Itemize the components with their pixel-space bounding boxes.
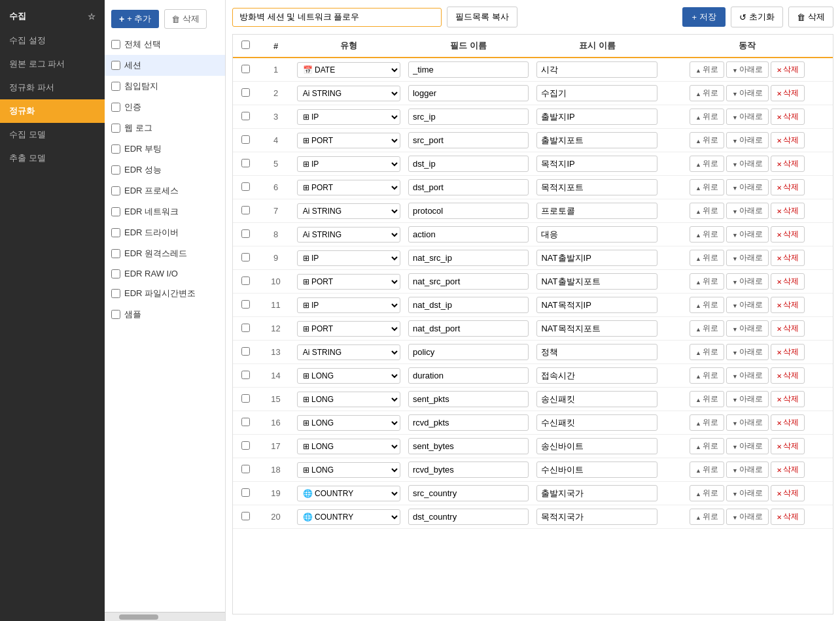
display-input-15[interactable] (536, 391, 657, 407)
sidebar-item-raw-log-parser[interactable]: 원본 로그 파서 (0, 52, 105, 76)
up-button-12[interactable]: 위로 (690, 320, 724, 337)
field-input-3[interactable] (408, 109, 529, 125)
row-checkbox-2[interactable] (241, 88, 250, 97)
delete-row-button-16[interactable]: 삭제 (771, 414, 805, 431)
up-button-7[interactable]: 위로 (690, 203, 724, 219)
field-input-13[interactable] (408, 344, 529, 360)
up-button-11[interactable]: 위로 (690, 297, 724, 313)
delete-row-button-11[interactable]: 삭제 (771, 297, 805, 313)
row-checkbox-19[interactable] (241, 488, 250, 497)
sub-item-web-log[interactable]: 웹 로그 (105, 118, 225, 139)
sidebar-item-normalization[interactable]: 정규화 (0, 99, 105, 123)
sub-item-edr-raw-io[interactable]: EDR RAW I/O (105, 264, 225, 283)
header-checkbox[interactable] (241, 41, 250, 49)
type-select-11[interactable]: 📅 DATEAi STRING⊞ IP⊞ PORT⊞ LONG🌐 COUNTRY (297, 297, 400, 313)
refresh-button[interactable]: ↺ 초기화 (731, 7, 783, 27)
display-input-10[interactable] (536, 273, 657, 290)
field-input-19[interactable] (408, 485, 529, 501)
type-select-12[interactable]: 📅 DATEAi STRING⊞ IP⊞ PORT⊞ LONG🌐 COUNTRY (297, 321, 400, 337)
delete-row-button-9[interactable]: 삭제 (771, 250, 805, 266)
type-select-14[interactable]: 📅 DATEAi STRING⊞ IP⊞ PORT⊞ LONG🌐 COUNTRY (297, 368, 400, 384)
up-button-16[interactable]: 위로 (690, 414, 724, 431)
delete-button[interactable]: 🗑 삭제 (164, 9, 207, 29)
down-button-19[interactable]: 아래로 (726, 485, 769, 501)
type-select-17[interactable]: 📅 DATEAi STRING⊞ IP⊞ PORT⊞ LONG🌐 COUNTRY (297, 439, 400, 454)
delete-row-button-18[interactable]: 삭제 (771, 462, 805, 478)
row-checkbox-16[interactable] (241, 418, 250, 426)
row-checkbox-13[interactable] (241, 347, 250, 356)
sub-checkbox-edr-raw-io[interactable] (111, 269, 120, 278)
display-input-8[interactable] (536, 226, 657, 243)
delete-row-button-6[interactable]: 삭제 (771, 179, 805, 195)
down-button-1[interactable]: 아래로 (726, 61, 769, 78)
display-input-20[interactable] (536, 509, 657, 525)
sub-item-session[interactable]: 세션 (105, 55, 225, 76)
up-button-10[interactable]: 위로 (690, 273, 724, 290)
down-button-20[interactable]: 아래로 (726, 509, 769, 525)
sidebar-item-extraction-model[interactable]: 추출 모델 (0, 146, 105, 170)
delete-row-button-2[interactable]: 삭제 (771, 85, 805, 101)
down-button-7[interactable]: 아래로 (726, 203, 769, 219)
sub-checkbox-web-log[interactable] (111, 124, 120, 133)
sub-item-edr-boot[interactable]: EDR 부팅 (105, 139, 225, 159)
type-select-4[interactable]: 📅 DATEAi STRING⊞ IP⊞ PORT⊞ LONG🌐 COUNTRY (297, 133, 400, 148)
down-button-17[interactable]: 아래로 (726, 438, 769, 454)
display-input-7[interactable] (536, 203, 657, 219)
sub-item-edr-network[interactable]: EDR 네트워크 (105, 201, 225, 222)
type-select-5[interactable]: 📅 DATEAi STRING⊞ IP⊞ PORT⊞ LONG🌐 COUNTRY (297, 156, 400, 172)
field-input-9[interactable] (408, 250, 529, 266)
display-input-2[interactable] (536, 85, 657, 101)
up-button-17[interactable]: 위로 (690, 438, 724, 454)
up-button-3[interactable]: 위로 (690, 109, 724, 125)
delete-row-button-13[interactable]: 삭제 (771, 344, 805, 360)
display-input-16[interactable] (536, 414, 657, 431)
type-select-10[interactable]: 📅 DATEAi STRING⊞ IP⊞ PORT⊞ LONG🌐 COUNTRY (297, 274, 400, 290)
delete-row-button-8[interactable]: 삭제 (771, 226, 805, 243)
down-button-5[interactable]: 아래로 (726, 156, 769, 172)
type-select-8[interactable]: 📅 DATEAi STRING⊞ IP⊞ PORT⊞ LONG🌐 COUNTRY (297, 227, 400, 243)
down-button-2[interactable]: 아래로 (726, 85, 769, 101)
sub-checkbox-edr-perf[interactable] (111, 165, 120, 175)
sub-item-all[interactable]: 전체 선택 (105, 34, 225, 55)
delete-row-button-12[interactable]: 삭제 (771, 320, 805, 337)
up-button-15[interactable]: 위로 (690, 391, 724, 407)
add-button[interactable]: + 추가 (111, 10, 159, 28)
field-input-1[interactable] (408, 61, 529, 78)
field-input-16[interactable] (408, 414, 529, 431)
row-checkbox-7[interactable] (241, 206, 250, 214)
row-checkbox-12[interactable] (241, 324, 250, 332)
up-button-8[interactable]: 위로 (690, 226, 724, 243)
sidebar-item-collection-settings[interactable]: 수집 설정 (0, 29, 105, 52)
display-input-4[interactable] (536, 132, 657, 148)
field-input-6[interactable] (408, 179, 529, 195)
up-button-18[interactable]: 위로 (690, 462, 724, 478)
down-button-13[interactable]: 아래로 (726, 344, 769, 360)
row-checkbox-10[interactable] (241, 277, 250, 285)
display-input-12[interactable] (536, 320, 657, 337)
delete-row-button-5[interactable]: 삭제 (771, 156, 805, 172)
down-button-11[interactable]: 아래로 (726, 297, 769, 313)
display-input-17[interactable] (536, 438, 657, 454)
field-input-7[interactable] (408, 203, 529, 219)
delete-row-button-15[interactable]: 삭제 (771, 391, 805, 407)
share-icon[interactable]: ☆ (88, 12, 96, 22)
up-button-2[interactable]: 위로 (690, 85, 724, 101)
all-select-checkbox[interactable] (111, 40, 120, 49)
delete-row-button-10[interactable]: 삭제 (771, 273, 805, 290)
field-input-11[interactable] (408, 297, 529, 313)
type-select-16[interactable]: 📅 DATEAi STRING⊞ IP⊞ PORT⊞ LONG🌐 COUNTRY (297, 415, 400, 431)
display-input-9[interactable] (536, 250, 657, 266)
down-button-14[interactable]: 아래로 (726, 367, 769, 384)
delete-row-button-3[interactable]: 삭제 (771, 109, 805, 125)
row-checkbox-11[interactable] (241, 300, 250, 309)
sidebar-item-collection-model[interactable]: 수집 모델 (0, 123, 105, 146)
field-input-14[interactable] (408, 367, 529, 384)
display-input-11[interactable] (536, 297, 657, 313)
sub-checkbox-session[interactable] (111, 61, 120, 70)
up-button-5[interactable]: 위로 (690, 156, 724, 172)
field-input-18[interactable] (408, 462, 529, 478)
down-button-6[interactable]: 아래로 (726, 179, 769, 195)
up-button-19[interactable]: 위로 (690, 485, 724, 501)
down-button-4[interactable]: 아래로 (726, 132, 769, 148)
row-checkbox-1[interactable] (241, 65, 250, 73)
